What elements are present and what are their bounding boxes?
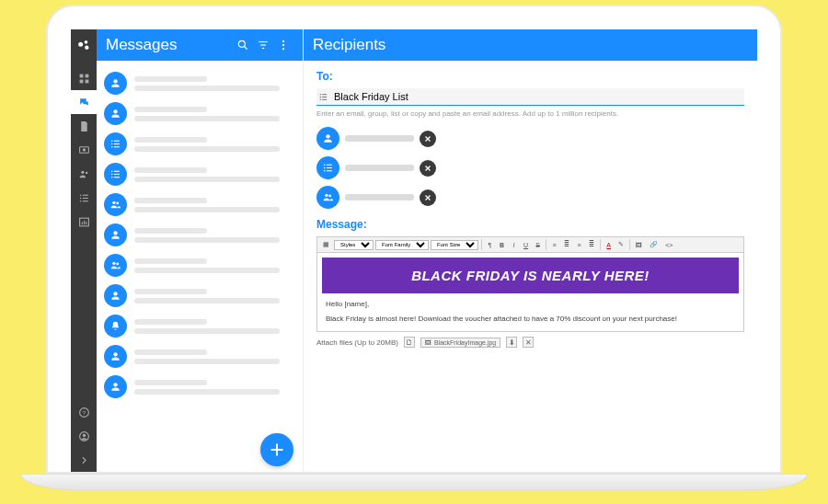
tb-align-left-icon[interactable]: ≡	[549, 239, 559, 250]
svg-rect-28	[262, 48, 264, 49]
svg-point-9	[81, 170, 84, 173]
svg-point-15	[79, 200, 81, 201]
svg-rect-18	[81, 222, 82, 224]
attach-label: Attach files (Up to 20MB)	[316, 338, 398, 347]
compose-button[interactable]	[260, 433, 293, 466]
tb-source-icon[interactable]: ▦	[320, 239, 332, 250]
nav-analytics-icon[interactable]	[71, 210, 97, 234]
message-label: Message:	[316, 218, 744, 231]
list-item[interactable]	[102, 68, 297, 98]
attach-remove-icon[interactable]: ✕	[523, 337, 534, 348]
font-size-select[interactable]: Font Size	[431, 240, 478, 250]
list-item[interactable]	[102, 281, 297, 311]
svg-point-50	[116, 263, 119, 266]
list-item[interactable]	[102, 98, 297, 129]
svg-point-40	[111, 170, 113, 172]
svg-point-51	[113, 292, 117, 295]
styles-select[interactable]: Styles	[334, 240, 374, 250]
list-item[interactable]	[102, 341, 297, 372]
svg-rect-19	[83, 220, 84, 223]
svg-point-24	[82, 433, 85, 436]
nav-contacts-icon[interactable]	[71, 162, 97, 186]
svg-rect-16	[82, 200, 87, 201]
tb-italic-icon[interactable]: I	[509, 239, 519, 250]
tb-textcolor-icon[interactable]: A	[604, 239, 614, 250]
editor-toolbar: ▦ Styles Font Family Font Size ¶ B I U S…	[316, 236, 744, 253]
svg-point-58	[320, 98, 321, 99]
list-item[interactable]	[102, 311, 297, 341]
tb-bgcolor-icon[interactable]: ✎	[615, 239, 627, 250]
list-item[interactable]	[102, 250, 297, 281]
person-icon	[104, 102, 127, 125]
font-family-select[interactable]: Font Family	[375, 240, 429, 250]
svg-point-65	[324, 170, 326, 172]
tb-bold-icon[interactable]: B	[497, 239, 507, 250]
list-icon	[318, 92, 328, 102]
svg-rect-37	[114, 143, 120, 144]
tb-code-icon[interactable]: <>	[662, 239, 675, 250]
greeting-text: Hello [name],	[326, 299, 735, 310]
group-icon	[104, 254, 127, 277]
remove-chip-icon[interactable]	[420, 131, 436, 147]
editor-body[interactable]: BLACK FRIDAY IS NEARLY HERE! Hello [name…	[316, 253, 744, 332]
person-icon	[104, 72, 127, 95]
svg-rect-26	[259, 41, 267, 42]
svg-rect-57	[322, 97, 327, 97]
filter-icon[interactable]	[253, 35, 273, 55]
svg-point-32	[113, 79, 117, 83]
remove-chip-icon[interactable]	[420, 160, 436, 177]
svg-text:?: ?	[82, 409, 86, 415]
svg-rect-20	[86, 221, 86, 223]
svg-point-8	[82, 148, 85, 151]
svg-point-61	[324, 164, 326, 166]
page-title: Recipients	[313, 36, 748, 54]
attachment-chip[interactable]: 🖼 BlackFridayImage.jpg	[420, 338, 500, 348]
list-item[interactable]	[102, 129, 297, 159]
remove-chip-icon[interactable]	[420, 189, 436, 206]
nav-dashboard-icon[interactable]	[71, 66, 97, 90]
svg-point-1	[85, 40, 88, 44]
svg-point-13	[79, 197, 81, 199]
tb-link-icon[interactable]: 🔗	[647, 239, 661, 250]
nav-display-icon[interactable]	[71, 138, 97, 162]
person-icon	[104, 223, 127, 246]
tb-align-center-icon[interactable]: ≣	[561, 239, 572, 250]
list-item[interactable]	[102, 159, 297, 189]
tb-underline-icon[interactable]: U	[521, 239, 531, 250]
attach-download-icon[interactable]: ⬇	[506, 337, 517, 348]
svg-rect-4	[85, 74, 88, 77]
nav-list-icon[interactable]	[71, 186, 97, 210]
svg-rect-27	[260, 44, 266, 45]
image-icon: 🖼	[425, 339, 431, 346]
svg-rect-35	[114, 141, 120, 142]
bell-icon	[104, 315, 127, 338]
to-field[interactable]: Black Friday List	[316, 88, 744, 106]
list-item[interactable]	[102, 189, 297, 220]
list-item[interactable]	[102, 372, 297, 402]
more-icon[interactable]	[273, 35, 293, 55]
tb-align-right-icon[interactable]: ≡	[574, 239, 584, 250]
list-item[interactable]	[102, 220, 297, 250]
nav-help-icon[interactable]: ?	[71, 400, 97, 424]
tb-image-icon[interactable]: 🖼	[633, 239, 645, 250]
svg-rect-59	[322, 98, 327, 99]
to-value: Black Friday List	[334, 91, 408, 102]
person-icon	[104, 345, 127, 368]
search-icon[interactable]	[233, 35, 253, 55]
tb-strike-icon[interactable]: S	[533, 239, 543, 250]
person-icon	[104, 284, 127, 307]
svg-point-67	[325, 194, 328, 197]
svg-point-48	[113, 231, 117, 235]
tb-paragraph-icon[interactable]: ¶	[485, 239, 495, 250]
svg-point-52	[113, 352, 117, 356]
nav-document-icon[interactable]	[71, 114, 97, 138]
nav-messages-icon[interactable]	[71, 90, 97, 114]
nav-account-icon[interactable]	[71, 424, 97, 448]
attach-add-icon[interactable]: 🗋	[404, 337, 415, 348]
list-icon	[104, 163, 127, 186]
nav-collapse-icon[interactable]	[71, 448, 97, 472]
svg-point-31	[282, 48, 284, 50]
tb-align-justify-icon[interactable]: ≣	[586, 239, 597, 250]
messages-title: Messages	[106, 36, 233, 54]
to-hint: Enter an email, group, list or copy and …	[316, 109, 744, 118]
